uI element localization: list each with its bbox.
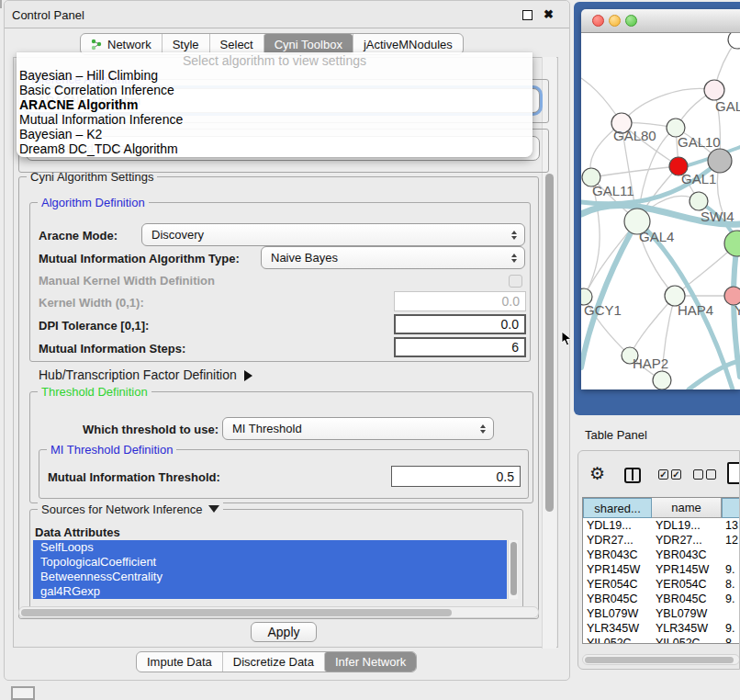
table-cell: 13 <box>722 518 740 533</box>
network-node-label: GAL11 <box>592 183 634 198</box>
table-row[interactable]: YDR27...YDR27...12 <box>583 533 740 548</box>
which-threshold-label: Which threshold to use: <box>83 423 219 436</box>
which-threshold-value: MI Threshold <box>232 422 302 435</box>
network-node-label: GAL <box>715 98 740 114</box>
spinner-arrows-icon <box>480 424 486 434</box>
attribute-item[interactable]: TopologicalCoefficient <box>33 555 507 570</box>
algorithm-option[interactable]: Bayesian – Hill Climbing <box>19 68 535 83</box>
data-attributes-label: Data Attributes <box>35 525 120 539</box>
kernel-width-value: 0.0 <box>502 294 520 309</box>
tab-label: Infer Network <box>335 655 406 669</box>
network-node[interactable] <box>708 149 732 173</box>
network-window-titlebar[interactable] <box>581 9 740 33</box>
table-cell: YPR145W <box>652 562 722 577</box>
aracne-mode-select[interactable]: Discovery <box>141 223 525 246</box>
attribute-item[interactable]: gal4RGexp <box>33 584 507 599</box>
attributes-scrollbar[interactable] <box>508 540 518 599</box>
kernel-width-input: 0.0 <box>394 291 526 311</box>
close-traffic-icon[interactable] <box>592 15 604 27</box>
table-cell: YDR27... <box>652 533 722 548</box>
table-cell: YER054C <box>583 577 652 592</box>
algorithm-option[interactable]: Bayesian – K2 <box>19 127 535 141</box>
threshold-definition-title: Threshold Definition <box>38 385 151 399</box>
apply-button[interactable]: Apply <box>251 622 317 642</box>
algorithm-option[interactable]: Mutual Information Inference <box>19 112 535 127</box>
table-row[interactable]: YDL19...YDL19...13 <box>583 518 740 533</box>
table-header: shared...name <box>583 498 740 518</box>
column-header[interactable] <box>722 498 740 518</box>
table-row[interactable]: YIL052CYIL052C8 <box>583 636 740 644</box>
table-row[interactable]: YBL079WYBL079W <box>583 606 740 621</box>
network-node[interactable] <box>728 33 740 49</box>
gear-icon[interactable]: ⚙ <box>589 465 605 482</box>
algorithm-option[interactable]: Basic Correlation Inference <box>19 83 535 97</box>
network-node[interactable] <box>690 192 708 210</box>
column-header[interactable]: name <box>652 498 722 518</box>
settings-hscrollbar[interactable] <box>18 606 539 618</box>
network-canvas[interactable]: GALGAL80GAL10GAL1GAL11SWI4GAL4GCY1HAP4YH… <box>581 33 740 390</box>
table-cell: YDL19... <box>652 518 722 533</box>
expand-right-icon <box>244 370 252 381</box>
which-threshold-select[interactable]: MI Threshold <box>222 417 494 440</box>
mi-threshold-input[interactable]: 0.5 <box>391 466 521 487</box>
attribute-item[interactable]: BetweennessCentrality <box>33 570 507 584</box>
table-row[interactable]: YLR345WYLR345W9. <box>583 621 740 636</box>
data-attributes-list: SelfLoopsTopologicalCoefficientBetweenne… <box>33 540 507 599</box>
attribute-item[interactable]: SelfLoops <box>33 540 507 555</box>
network-node-label: SWI4 <box>701 209 734 224</box>
algorithm-popup-prompt: Select algorithm to view settings <box>17 53 533 68</box>
network-node-label: Y <box>734 302 740 318</box>
table-cell: YIL052C <box>583 636 652 644</box>
hub-definition-toggle[interactable]: Hub/Transcription Factor Definition <box>39 367 252 382</box>
dpi-tolerance-input[interactable]: 0.0 <box>394 314 526 334</box>
network-node-label: GAL10 <box>678 134 721 150</box>
panel-restore-icon[interactable] <box>11 686 35 700</box>
mi-steps-input[interactable]: 6 <box>394 337 526 357</box>
tab-impute-data[interactable]: Impute Data <box>137 652 222 672</box>
deselect-checkbox-icon[interactable] <box>706 469 716 480</box>
network-node[interactable] <box>653 371 671 390</box>
mi-threshold-label: Mutual Information Threshold: <box>48 470 220 484</box>
table-cell: 8 <box>722 636 740 644</box>
table-cell: YDR27... <box>583 533 652 548</box>
document-icon[interactable] <box>727 462 740 484</box>
column-layout-icon[interactable] <box>624 468 641 483</box>
table-row[interactable]: YPR145WYPR145W9. <box>583 562 740 577</box>
table-cell: 8. <box>722 577 740 592</box>
algorithm-definition-title: Algorithm Definition <box>38 196 149 209</box>
aracne-mode-label: Aracne Mode: <box>39 229 118 243</box>
mi-type-select[interactable]: Naive Bayes <box>261 246 525 269</box>
network-node-label: HAP2 <box>633 356 668 371</box>
column-header[interactable]: shared... <box>583 498 652 518</box>
table-row[interactable]: YBR043CYBR043C <box>583 548 740 562</box>
table-row[interactable]: YER054CYER054C8. <box>583 577 740 592</box>
mi-steps-value: 6 <box>511 340 519 355</box>
network-node-label: GAL1 <box>681 171 716 186</box>
network-node[interactable] <box>704 80 724 100</box>
select-all-checkbox-icon[interactable]: ✓ <box>671 469 681 480</box>
network-edge[interactable] <box>591 166 678 177</box>
table-row[interactable]: YBR045CYBR045C9. <box>583 592 740 606</box>
algorithm-option[interactable]: ARACNE Algorithm <box>19 97 535 112</box>
algorithm-option[interactable]: Dream8 DC_TDC Algorithm <box>19 141 535 156</box>
tab-infer-network[interactable]: Infer Network <box>324 652 416 672</box>
network-node-label: GAL4 <box>639 229 674 244</box>
manual-kernel-checkbox[interactable] <box>509 275 522 288</box>
table-cell: YDL19... <box>583 518 652 533</box>
network-edge[interactable] <box>622 89 714 123</box>
network-node-label: HAP4 <box>678 302 713 318</box>
table-hscrollbar[interactable] <box>582 654 740 665</box>
select-all-checkbox-icon[interactable]: ✓ <box>658 469 668 480</box>
sources-title-text: Sources for Network Inference <box>41 502 203 516</box>
sources-group-title[interactable]: Sources for Network Inference <box>38 502 223 516</box>
hub-definition-label: Hub/Transcription Factor Definition <box>39 367 237 382</box>
kernel-width-label: Kernel Width (0,1): <box>39 296 144 310</box>
deselect-checkbox-icon[interactable] <box>693 469 703 480</box>
table-cell: YIL052C <box>652 636 722 644</box>
zoom-traffic-icon[interactable] <box>625 15 637 27</box>
tab-discretize-data[interactable]: Discretize Data <box>222 652 324 672</box>
mi-threshold-group-title: MI Threshold Definition <box>47 443 176 457</box>
minimize-traffic-icon[interactable] <box>609 15 621 27</box>
table-cell: 12 <box>722 533 740 548</box>
manual-kernel-label: Manual Kernel Width Definition <box>39 274 215 288</box>
